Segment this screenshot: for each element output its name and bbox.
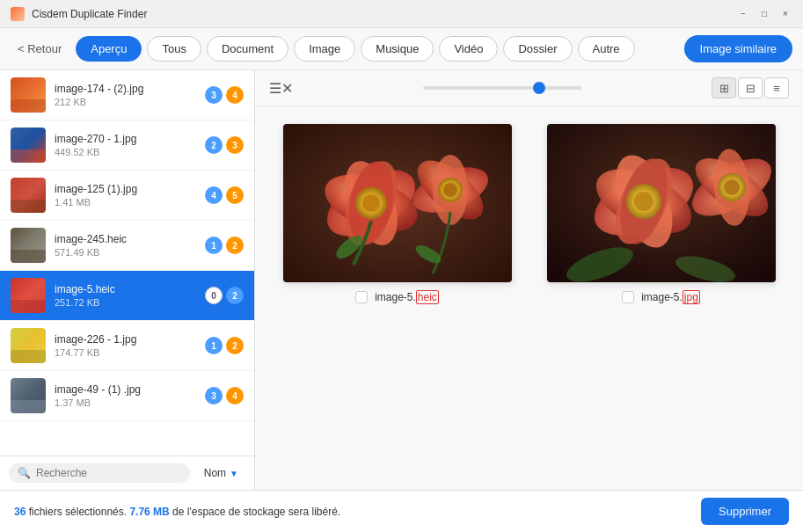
thumb-svg [11, 228, 46, 263]
tab-tous[interactable]: Tous [147, 36, 201, 62]
main-content: image-174 - (2).jpg 212 KB 34 image-27 [0, 70, 803, 490]
file-size: 1.37 MB [55, 397, 196, 408]
svg-point-36 [634, 192, 653, 211]
delete-button[interactable]: Supprimer [701, 498, 789, 525]
back-button[interactable]: < Retour [11, 39, 69, 59]
statusbar: 36 fichiers sélectionnés. 7.76 MB de l'e… [0, 490, 803, 532]
titlebar: Cisdem Duplicate Finder − □ × [0, 0, 803, 28]
minimize-button[interactable]: − [736, 7, 750, 21]
file-item[interactable]: image-174 - (2).jpg 212 KB 34 [0, 70, 254, 120]
sort-dropdown[interactable]: Nom ▼ [197, 463, 245, 483]
grid-view-button[interactable]: ⊞ [712, 77, 736, 98]
flower-image-2 [547, 124, 776, 282]
file-thumbnail [11, 378, 46, 413]
thumb-svg [11, 328, 46, 363]
sort-label: Nom [204, 467, 226, 479]
badge-0: 0 [205, 287, 223, 304]
badge-0: 3 [205, 86, 223, 104]
tab-dossier[interactable]: Dossier [503, 36, 572, 62]
file-badges: 34 [205, 86, 244, 104]
tab-apercu[interactable]: Aperçu [76, 36, 142, 62]
tab-document[interactable]: Document [207, 36, 288, 62]
clear-selection-icon[interactable]: ☰✕ [269, 80, 293, 97]
file-size: 212 KB [55, 97, 196, 107]
ext-highlight-2: jpg [683, 290, 700, 304]
tab-musique[interactable]: Musique [361, 36, 434, 62]
similar-image-button[interactable]: Image similaire [684, 35, 792, 62]
file-thumbnail [11, 328, 46, 363]
preview-images: image-5.heic [255, 106, 803, 490]
tab-image[interactable]: Image [294, 36, 355, 62]
view-buttons: ⊞ ⊟ ≡ [712, 77, 789, 98]
svg-rect-1 [11, 99, 46, 113]
preview-checkbox-1[interactable] [355, 291, 368, 303]
file-size: 174.77 KB [55, 347, 196, 358]
status-suffix: de l'espace de stockage sera libéré. [170, 506, 340, 518]
badge-0: 2 [205, 136, 223, 154]
flower-image-1 [283, 124, 512, 282]
badge-0: 3 [205, 387, 223, 404]
file-info: image-5.heic 251.72 KB [55, 283, 196, 308]
file-item[interactable]: image-49 - (1) .jpg 1.37 MB 34 [0, 371, 254, 421]
search-icon: 🔍 [18, 467, 31, 479]
file-info: image-270 - 1.jpg 449.52 KB [55, 133, 196, 157]
file-thumbnail [11, 128, 46, 163]
svg-rect-5 [11, 200, 46, 213]
search-input-wrap: 🔍 [9, 463, 190, 483]
badge-0: 4 [205, 186, 223, 204]
preview-label-row-1: image-5.heic [355, 291, 439, 303]
file-info: image-245.heic 571.49 KB [55, 233, 196, 258]
preview-toolbar: ☰✕ ⊞ ⊟ ≡ [255, 70, 803, 106]
file-info: image-49 - (1) .jpg 1.37 MB [55, 383, 196, 408]
preview-panel: ☰✕ ⊞ ⊟ ≡ [255, 70, 803, 490]
file-name: image-125 (1).jpg [55, 183, 196, 195]
svg-rect-3 [11, 149, 46, 163]
file-item[interactable]: image-5.heic 251.72 KB 02 [0, 271, 254, 321]
badge-1: 2 [226, 337, 244, 354]
file-item[interactable]: image-226 - 1.jpg 174.77 KB 12 [0, 321, 254, 371]
file-thumbnail [11, 278, 46, 313]
titlebar-title: Cisdem Duplicate Finder [32, 8, 147, 20]
file-item[interactable]: image-270 - 1.jpg 449.52 KB 23 [0, 120, 254, 171]
list-view-button[interactable]: ≡ [764, 77, 789, 98]
file-size: 449.52 KB [55, 147, 196, 157]
file-size: 571.49 KB [55, 247, 196, 258]
badge-0: 1 [205, 337, 223, 354]
search-bar: 🔍 Nom ▼ [0, 455, 254, 490]
file-badges: 45 [205, 186, 244, 204]
thumb-svg [11, 77, 46, 113]
search-input[interactable] [36, 467, 181, 479]
maximize-button[interactable]: □ [757, 7, 771, 21]
status-text: 36 fichiers sélectionnés. 7.76 MB de l'e… [14, 506, 340, 518]
thumb-svg [11, 278, 46, 313]
file-name: image-174 - (2).jpg [55, 83, 196, 95]
ext-highlight-1: heic [416, 290, 439, 304]
tabs-container: AperçuTousDocumentImageMusiqueVidéoDossi… [76, 36, 634, 62]
file-badges: 12 [205, 337, 244, 354]
preview-image-1 [283, 124, 512, 282]
titlebar-controls: − □ × [736, 7, 792, 21]
preview-item-2: image-5.jpg [547, 124, 776, 303]
file-size: 1.41 MB [55, 197, 196, 208]
badge-1: 2 [226, 287, 244, 304]
thumb-svg [11, 178, 46, 213]
titlebar-left: Cisdem Duplicate Finder [11, 7, 147, 21]
badge-1: 2 [226, 237, 244, 254]
file-thumbnail [11, 228, 46, 263]
preview-item-1: image-5.heic [283, 124, 512, 303]
svg-point-41 [724, 179, 740, 195]
medium-grid-button[interactable]: ⊟ [738, 77, 763, 98]
preview-checkbox-2[interactable] [622, 291, 634, 303]
thumb-svg [11, 128, 46, 163]
badge-0: 1 [205, 237, 223, 254]
file-name: image-245.heic [55, 233, 196, 245]
file-item[interactable]: image-245.heic 571.49 KB 12 [0, 221, 254, 271]
file-badges: 34 [205, 387, 244, 404]
file-item[interactable]: image-125 (1).jpg 1.41 MB 45 [0, 171, 254, 221]
close-button[interactable]: × [778, 7, 792, 21]
tab-video[interactable]: Vidéo [439, 36, 498, 62]
svg-point-21 [362, 194, 380, 212]
tab-autre[interactable]: Autre [578, 36, 635, 62]
zoom-slider[interactable] [423, 86, 581, 90]
toolbar: < Retour AperçuTousDocumentImageMusiqueV… [0, 28, 803, 70]
